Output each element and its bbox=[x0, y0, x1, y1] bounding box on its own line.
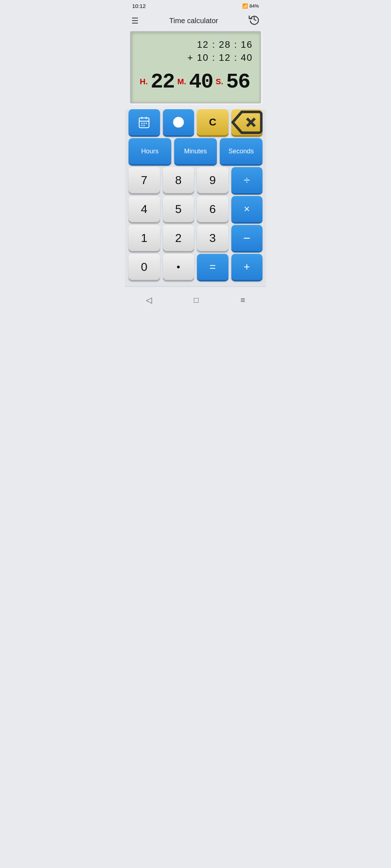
clear-button[interactable]: C bbox=[197, 109, 228, 135]
label-6: 6 bbox=[209, 203, 216, 216]
button-row-5: 1 2 3 − bbox=[129, 225, 262, 251]
add-button[interactable]: + bbox=[231, 254, 263, 280]
calculator-display: 12 : 28 : 16 + 10 : 12 : 40 H. 22 M. 40 … bbox=[130, 31, 261, 103]
button-6[interactable]: 6 bbox=[197, 196, 228, 222]
hours-value: 22 bbox=[151, 70, 175, 94]
nav-back[interactable]: ◁ bbox=[139, 293, 159, 308]
label-3: 3 bbox=[209, 231, 216, 245]
svg-rect-8 bbox=[144, 125, 145, 126]
status-time: 10:12 bbox=[132, 3, 146, 9]
divide-button[interactable]: ÷ bbox=[231, 167, 263, 193]
app-title: Time calculator bbox=[169, 17, 218, 25]
button-7[interactable]: 7 bbox=[129, 167, 160, 193]
button-2[interactable]: 2 bbox=[163, 225, 194, 251]
nav-menu[interactable]: ≡ bbox=[233, 293, 252, 308]
display-result: H. 22 M. 40 S. 56 bbox=[138, 70, 253, 94]
minutes-button[interactable]: Minutes bbox=[174, 138, 217, 164]
equals-button[interactable]: = bbox=[197, 254, 228, 280]
multiply-button[interactable]: × bbox=[231, 196, 263, 222]
clear-label: C bbox=[209, 116, 216, 128]
button-9[interactable]: 9 bbox=[197, 167, 228, 193]
button-row-3: 7 8 9 ÷ bbox=[129, 167, 262, 193]
signal-icon: 📶 bbox=[242, 3, 248, 9]
calculator-body: C Hours Minutes Seconds 7 8 9 bbox=[125, 109, 266, 286]
button-3[interactable]: 3 bbox=[197, 225, 228, 251]
label-5: 5 bbox=[175, 203, 182, 216]
button-1[interactable]: 1 bbox=[129, 225, 160, 251]
hours-label-btn: Hours bbox=[141, 148, 159, 155]
label-8: 8 bbox=[175, 174, 182, 187]
input-lines: 12 : 28 : 16 + 10 : 12 : 40 bbox=[138, 38, 253, 64]
button-row-6: 0 • = + bbox=[129, 254, 262, 280]
button-5[interactable]: 5 bbox=[163, 196, 194, 222]
hours-label: H. bbox=[140, 77, 148, 86]
svg-rect-4 bbox=[142, 123, 143, 124]
seconds-value: 56 bbox=[226, 70, 250, 94]
nav-home[interactable]: □ bbox=[186, 293, 206, 308]
button-row-4: 4 5 6 × bbox=[129, 196, 262, 222]
backspace-button[interactable] bbox=[231, 109, 263, 135]
calendar-button[interactable] bbox=[129, 109, 160, 135]
svg-rect-5 bbox=[144, 123, 145, 124]
label-2: 2 bbox=[175, 231, 182, 245]
display-line2: + 10 : 12 : 40 bbox=[138, 51, 253, 64]
equals-label: = bbox=[209, 261, 216, 273]
label-1: 1 bbox=[141, 231, 147, 245]
svg-rect-7 bbox=[142, 125, 143, 126]
history-icon[interactable] bbox=[249, 14, 260, 27]
bottom-nav: ◁ □ ≡ bbox=[125, 286, 266, 314]
hours-button[interactable]: Hours bbox=[129, 138, 171, 164]
display-line1: 12 : 28 : 16 bbox=[138, 38, 253, 51]
subtract-button[interactable]: − bbox=[231, 225, 263, 251]
seconds-button[interactable]: Seconds bbox=[220, 138, 262, 164]
battery-percent: 84% bbox=[249, 3, 259, 9]
menu-icon[interactable]: ☰ bbox=[131, 16, 139, 26]
app-bar: ☰ Time calculator bbox=[125, 10, 266, 31]
divide-label: ÷ bbox=[244, 174, 250, 186]
label-0: 0 bbox=[141, 260, 147, 274]
label-9: 9 bbox=[209, 174, 216, 187]
add-label: + bbox=[244, 261, 250, 273]
status-bar: 10:12 📶 84% bbox=[125, 0, 266, 10]
button-8[interactable]: 8 bbox=[163, 167, 194, 193]
dot-button[interactable]: • bbox=[163, 254, 194, 280]
button-row-1: C bbox=[129, 109, 262, 135]
label-4: 4 bbox=[141, 203, 147, 216]
button-0[interactable]: 0 bbox=[129, 254, 160, 280]
seconds-label-btn: Seconds bbox=[228, 148, 254, 155]
multiply-label: × bbox=[244, 203, 250, 215]
svg-rect-6 bbox=[146, 123, 147, 124]
subtract-label: − bbox=[243, 231, 251, 245]
label-7: 7 bbox=[141, 174, 147, 187]
button-4[interactable]: 4 bbox=[129, 196, 160, 222]
minutes-label-btn: Minutes bbox=[184, 148, 207, 155]
seconds-label: S. bbox=[216, 77, 223, 86]
dot-label: • bbox=[177, 261, 180, 273]
minutes-label: M. bbox=[177, 77, 186, 86]
minutes-value: 40 bbox=[189, 70, 213, 94]
status-right: 📶 84% bbox=[242, 3, 259, 9]
clock-button[interactable] bbox=[163, 109, 194, 135]
button-row-2: Hours Minutes Seconds bbox=[129, 138, 262, 164]
